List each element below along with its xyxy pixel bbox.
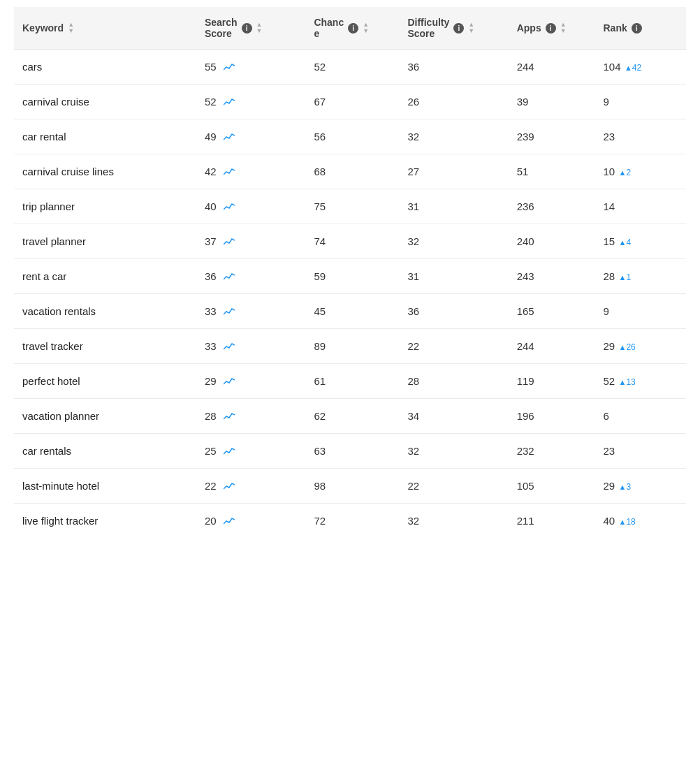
- chart-icon[interactable]: [224, 272, 235, 281]
- info-icon-chance: i: [348, 23, 358, 34]
- cell-difficulty-score: 22: [399, 329, 508, 364]
- cell-search-score: 49: [196, 119, 306, 154]
- cell-difficulty-score: 22: [399, 469, 508, 504]
- cell-chance: 63: [305, 434, 399, 469]
- rank-value: 23: [604, 445, 615, 457]
- cell-search-score: 29: [196, 364, 306, 399]
- chart-icon[interactable]: [224, 63, 235, 71]
- chart-icon[interactable]: [224, 412, 235, 421]
- cell-apps: 51: [509, 154, 595, 189]
- table-row: live flight tracker20 723221140 ▲18: [14, 504, 686, 539]
- search-score-value: 42: [205, 166, 235, 177]
- cell-chance: 52: [305, 50, 399, 85]
- cell-rank: 10 ▲2: [595, 154, 687, 189]
- chart-icon[interactable]: [224, 482, 235, 490]
- chart-icon[interactable]: [224, 168, 235, 176]
- chart-icon[interactable]: [224, 98, 235, 106]
- cell-keyword: car rental: [14, 119, 196, 154]
- cell-keyword: perfect hotel: [14, 364, 196, 399]
- cell-difficulty-score: 36: [399, 50, 508, 85]
- chart-icon[interactable]: [224, 517, 235, 525]
- rank-delta: ▲18: [616, 517, 636, 527]
- info-icon-rank: i: [632, 23, 642, 34]
- rank-value: 10: [604, 166, 615, 177]
- rank-up-arrow: ▲: [619, 483, 627, 491]
- rank-delta: ▲42: [622, 63, 642, 73]
- cell-difficulty-score: 31: [399, 259, 508, 294]
- sort-arrows-keyword[interactable]: ▲▼: [68, 22, 74, 34]
- keywords-table: Keyword ▲▼ SearchScore i ▲▼ Chance i: [14, 7, 686, 538]
- table-row: travel tracker33 892224429 ▲26: [14, 329, 686, 364]
- cell-search-score: 33: [196, 294, 306, 329]
- cell-keyword: vacation rentals: [14, 294, 196, 329]
- col-header-apps[interactable]: Apps i ▲▼: [509, 7, 595, 50]
- col-chance-label: Chance: [314, 17, 344, 39]
- rank-up-arrow: ▲: [619, 343, 627, 351]
- rank-delta: ▲2: [616, 168, 631, 177]
- cell-difficulty-score: 27: [399, 154, 508, 189]
- table-row: perfect hotel29 612811952 ▲13: [14, 364, 686, 399]
- chart-icon[interactable]: [224, 203, 235, 211]
- col-rank-label: Rank: [604, 22, 627, 34]
- cell-rank: 40 ▲18: [595, 504, 687, 539]
- cell-rank: 9: [595, 294, 687, 329]
- search-score-value: 55: [205, 61, 235, 73]
- chart-icon[interactable]: [224, 133, 235, 141]
- table-row: vacation planner28 62341966: [14, 399, 686, 434]
- sort-arrows-apps[interactable]: ▲▼: [560, 22, 567, 34]
- sort-arrows-chance[interactable]: ▲▼: [363, 22, 369, 34]
- rank-value: 14: [604, 200, 615, 212]
- cell-chance: 75: [305, 189, 399, 224]
- col-header-chance[interactable]: Chance i ▲▼: [305, 7, 399, 50]
- search-score-value: 20: [205, 515, 235, 527]
- chart-icon[interactable]: [224, 377, 235, 386]
- cell-search-score: 52: [196, 85, 306, 119]
- cell-rank: 23: [595, 434, 687, 469]
- cell-apps: 232: [509, 434, 595, 469]
- cell-search-score: 28: [196, 399, 306, 434]
- cell-apps: 243: [509, 259, 595, 294]
- cell-chance: 67: [305, 85, 399, 119]
- table-header-row: Keyword ▲▼ SearchScore i ▲▼ Chance i: [14, 7, 686, 50]
- sort-arrows-search-score[interactable]: ▲▼: [256, 22, 263, 34]
- cell-chance: 61: [305, 364, 399, 399]
- table-row: last-minute hotel22 982210529 ▲3: [14, 469, 686, 504]
- table-row: trip planner40 753123614: [14, 189, 686, 224]
- col-header-difficulty-score[interactable]: DifficultyScore i ▲▼: [399, 7, 508, 50]
- cell-apps: 165: [509, 294, 595, 329]
- cell-keyword: live flight tracker: [14, 504, 196, 539]
- cell-search-score: 42: [196, 154, 306, 189]
- cell-chance: 68: [305, 154, 399, 189]
- col-header-search-score[interactable]: SearchScore i ▲▼: [196, 7, 306, 50]
- cell-search-score: 55: [196, 50, 306, 85]
- col-header-keyword[interactable]: Keyword ▲▼: [14, 7, 196, 50]
- rank-up-arrow: ▲: [619, 238, 627, 247]
- cell-chance: 59: [305, 259, 399, 294]
- table-row: vacation rentals33 45361659: [14, 294, 686, 329]
- cell-apps: 105: [509, 469, 595, 504]
- search-score-value: 29: [205, 375, 235, 387]
- cell-search-score: 40: [196, 189, 306, 224]
- table-row: car rental49 563223923: [14, 119, 686, 154]
- chart-icon[interactable]: [224, 342, 235, 351]
- rank-delta: ▲26: [616, 342, 636, 352]
- rank-value: 9: [604, 96, 609, 108]
- search-score-value: 28: [205, 410, 235, 422]
- cell-keyword: trip planner: [14, 189, 196, 224]
- rank-up-arrow: ▲: [619, 273, 627, 282]
- cell-apps: 244: [509, 50, 595, 85]
- table-row: rent a car36 593124328 ▲1: [14, 259, 686, 294]
- cell-apps: 39: [509, 85, 595, 119]
- cell-search-score: 25: [196, 434, 306, 469]
- cell-keyword: rent a car: [14, 259, 196, 294]
- col-header-rank[interactable]: Rank i: [595, 7, 687, 50]
- search-score-value: 33: [205, 340, 235, 352]
- rank-value: 23: [604, 131, 615, 142]
- table-row: cars55 5236244104 ▲42: [14, 50, 686, 85]
- sort-arrows-difficulty-score[interactable]: ▲▼: [468, 22, 474, 34]
- chart-icon[interactable]: [224, 447, 235, 455]
- rank-value: 6: [604, 410, 609, 422]
- chart-icon[interactable]: [224, 307, 235, 316]
- chart-icon[interactable]: [224, 238, 235, 246]
- table-container: Keyword ▲▼ SearchScore i ▲▼ Chance i: [0, 0, 700, 545]
